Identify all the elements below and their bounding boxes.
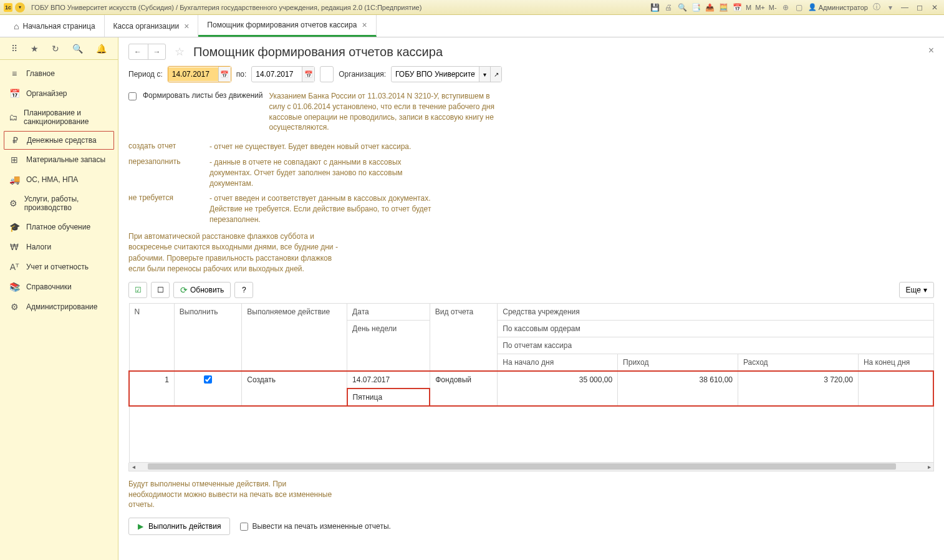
calendar-button[interactable]: 📅 [218, 67, 231, 82]
ruble-icon: ₽ [9, 135, 21, 145]
sidebar-item-organizer[interactable]: 📅 Органайзер [0, 84, 118, 104]
legend-value: - отчет не существует. Будет введен новы… [210, 142, 411, 152]
home-icon: ≡ [9, 69, 20, 79]
nav-forward-button[interactable]: → [148, 44, 165, 59]
sidebar-item-education[interactable]: 🎓 Платное обучение [0, 217, 118, 237]
sidebar-item-taxes[interactable]: ₩ Налоги [0, 237, 118, 257]
user-badge[interactable]: 👤 Администратор [808, 3, 868, 11]
period-picker-button[interactable] [320, 66, 334, 82]
period-from-label: Период с: [128, 70, 163, 79]
sidebar-item-assets[interactable]: 🚚 ОС, НМА, НПА [0, 170, 118, 190]
sidebar-item-materials[interactable]: ⊞ Материальные запасы [0, 150, 118, 170]
titlebar: 1c ▾ ГОБУ ВПО Университет искусств (Субс… [0, 0, 944, 15]
print-icon[interactable]: 🖨 [663, 2, 673, 12]
row-checkbox[interactable] [204, 375, 212, 384]
save-icon[interactable]: 💾 [650, 2, 660, 12]
bell-icon[interactable]: 🔔 [96, 44, 107, 54]
table-row[interactable]: 1 Создать 14.07.2017 Фондовый 35 000,00 … [129, 371, 933, 389]
sidebar-item-admin[interactable]: ⚙ Администрирование [0, 297, 118, 317]
apps-icon[interactable]: ⠿ [11, 44, 17, 54]
run-label: Выполнить действия [148, 522, 221, 531]
sidebar-item-label: ОС, НМА, НПА [26, 175, 78, 184]
gear-icon: ⚙ [9, 302, 20, 312]
cell-exec[interactable] [174, 371, 242, 406]
cell-weekday: Пятница [347, 389, 430, 406]
close-icon[interactable]: × [362, 20, 367, 30]
history-icon[interactable]: ↻ [52, 44, 59, 54]
period-to-input[interactable] [252, 67, 302, 81]
sidebar-item-services[interactable]: ⚙ Услуги, работы, производство [0, 190, 118, 217]
sidebar-item-planning[interactable]: 🗂 Планирование и санкционирование [0, 104, 118, 131]
minimize-button[interactable]: — [899, 2, 910, 12]
close-window-button[interactable]: ✕ [929, 2, 940, 12]
calendar-icon[interactable]: 📅 [732, 2, 742, 12]
col-by-reports: По отчетам кассира [498, 337, 933, 354]
export-icon[interactable]: 📤 [705, 2, 715, 12]
run-actions-button[interactable]: ▶ Выполнить действия [128, 518, 230, 535]
legend-value: - данные в отчете не совпадают с данными… [210, 157, 440, 188]
close-content-button[interactable]: × [928, 45, 934, 56]
org-input[interactable] [392, 67, 479, 81]
period-from-field[interactable]: 📅 [168, 66, 231, 82]
star-icon[interactable]: ★ [31, 44, 39, 54]
scroll-left-icon[interactable]: ◂ [129, 463, 138, 470]
info-icon[interactable]: ⓘ [872, 2, 882, 12]
col-expense: Расход [738, 354, 859, 372]
check-all-button[interactable]: ☑ [128, 282, 147, 298]
col-n: N [129, 304, 174, 372]
favorite-button[interactable]: ☆ [172, 44, 187, 59]
memory-m-minus[interactable]: M- [769, 4, 777, 11]
close-icon[interactable]: × [184, 21, 189, 31]
calc-icon[interactable]: 🧮 [718, 2, 728, 12]
tab-cashier-helper[interactable]: Помощник формирования отчетов кассира × [198, 15, 376, 37]
col-funds: Средства учреждения [498, 304, 933, 321]
memory-m-plus[interactable]: M+ [755, 4, 765, 11]
tab-cash-org[interactable]: Касса организации × [105, 15, 199, 37]
refresh-button[interactable]: ⟳ Обновить [173, 282, 231, 298]
search-icon[interactable]: 🔍 [72, 44, 83, 54]
sidebar-item-catalogs[interactable]: 📚 Справочники [0, 277, 118, 297]
col-weekday: День недели [347, 321, 430, 372]
col-by-orders: По кассовым ордерам [498, 321, 933, 337]
nav-back-button[interactable]: ← [129, 44, 147, 59]
print-changed-checkbox[interactable] [240, 523, 248, 531]
preview-icon[interactable]: 🔍 [677, 2, 687, 12]
compare-icon[interactable]: 📑 [691, 2, 701, 12]
col-start: На начало дня [498, 354, 618, 372]
sidebar-item-label: Планирование и санкционирование [24, 109, 109, 126]
scroll-thumb[interactable] [148, 463, 896, 470]
maximize-button[interactable]: ◻ [914, 2, 925, 12]
dropdown-button[interactable]: ▾ [479, 67, 490, 82]
more-button[interactable]: Еще ▾ [899, 282, 934, 298]
form-sheets-checkbox[interactable] [128, 92, 137, 100]
memory-m[interactable]: M [746, 4, 751, 11]
help-button[interactable]: ? [234, 282, 253, 298]
info-dropdown-icon[interactable]: ▾ [885, 2, 895, 12]
print-changed-label: Вывести на печать измененные отчеты. [252, 522, 390, 531]
legend-key: не требуется [128, 193, 197, 224]
sidebar-item-main[interactable]: ≡ Главное [0, 64, 118, 84]
app-menu-dropdown[interactable]: ▾ [15, 2, 25, 12]
scroll-right-icon[interactable]: ▸ [925, 463, 933, 470]
calendar-button[interactable]: 📅 [302, 67, 314, 82]
sidebar-item-accounting[interactable]: Aᵀ Учет и отчетность [0, 257, 118, 277]
period-to-field[interactable]: 📅 [251, 66, 315, 82]
org-select[interactable]: ▾ ↗ [391, 66, 502, 82]
zoom-icon[interactable]: ⊕ [781, 2, 791, 12]
sidebar-item-money[interactable]: ₽ Денежные средства [4, 131, 114, 150]
horizontal-scrollbar[interactable]: ◂ ▸ [128, 463, 934, 471]
tab-home[interactable]: ⌂ Начальная страница [5, 15, 105, 37]
open-button[interactable]: ↗ [490, 67, 501, 82]
sidebar-item-label: Налоги [26, 243, 51, 251]
user-icon: 👤 [808, 3, 817, 11]
uncheck-all-button[interactable]: ☐ [151, 282, 170, 298]
panel-icon[interactable]: ▢ [794, 2, 804, 12]
sidebar-item-label: Услуги, работы, производство [24, 195, 109, 212]
print-changed-check[interactable]: Вывести на печать измененные отчеты. [240, 522, 390, 531]
refresh-icon: ⟳ [180, 285, 188, 295]
legend-table: создать отчет - отчет не существует. Буд… [128, 142, 934, 225]
content-area: × ← → ☆ Помощник формирования отчетов ка… [118, 37, 944, 560]
tab-home-label: Начальная страница [22, 22, 95, 31]
period-from-input[interactable] [168, 67, 218, 81]
org-label: Организация: [339, 70, 386, 79]
